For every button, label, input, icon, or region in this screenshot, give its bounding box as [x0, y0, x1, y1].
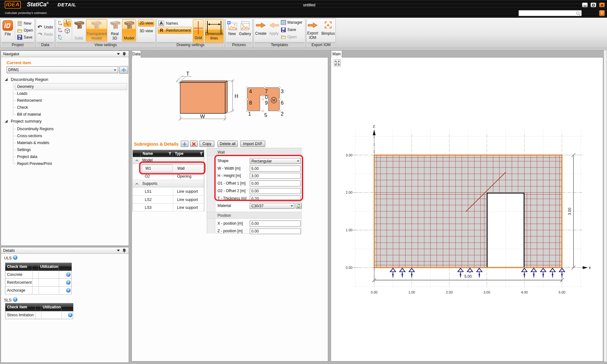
svg-text:0.00: 0.00	[346, 266, 353, 270]
svg-text:5: 5	[264, 112, 267, 118]
svg-text:9: 9	[265, 100, 268, 106]
svg-text:Y: Y	[61, 37, 62, 39]
svg-text:1.00: 1.00	[408, 290, 415, 294]
svg-text:1: 1	[248, 111, 251, 117]
svg-text:T: T	[186, 71, 189, 76]
svg-text:5.00: 5.00	[464, 274, 472, 279]
svg-text:1.00: 1.00	[346, 228, 353, 232]
svg-text:7: 7	[265, 89, 268, 94]
svg-text:Z: Z	[60, 35, 61, 37]
svg-text:2.00: 2.00	[346, 191, 353, 194]
svg-text:z: z	[373, 124, 375, 129]
svg-text:x: x	[61, 30, 62, 32]
svg-text:2: 2	[281, 111, 284, 117]
svg-text:6: 6	[281, 100, 284, 106]
svg-text:4.00: 4.00	[521, 290, 528, 294]
svg-text:2.00: 2.00	[446, 290, 452, 294]
svg-text:3: 3	[281, 89, 284, 94]
svg-text:3.00: 3.00	[346, 153, 353, 157]
svg-text:5.00: 5.00	[559, 290, 565, 294]
svg-text:0.00: 0.00	[371, 290, 377, 294]
svg-text:3.00: 3.00	[567, 208, 572, 215]
svg-text:x: x	[589, 265, 591, 270]
svg-text:H: H	[235, 94, 238, 99]
svg-text:8: 8	[249, 100, 252, 106]
svg-text:3.00: 3.00	[483, 290, 490, 294]
svg-text:x: x	[61, 23, 62, 25]
svg-text:W: W	[200, 114, 205, 119]
svg-text:M: M	[272, 98, 275, 102]
svg-text:0: 0	[265, 94, 268, 100]
svg-text:4: 4	[249, 89, 252, 94]
